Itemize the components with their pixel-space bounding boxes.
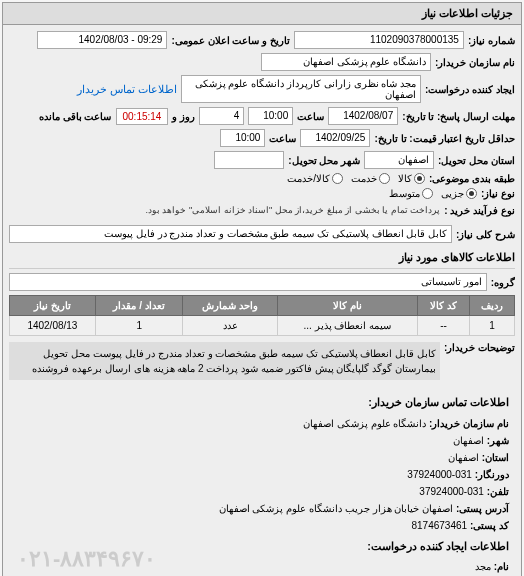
contact-zip-line: کد پستی: 8174673461 (15, 518, 509, 534)
contact-postal-label: آدرس پستی: (456, 503, 509, 514)
radio-icon (379, 173, 390, 184)
th-unit: واحد شمارش (183, 296, 277, 316)
cell-name: سیمه انعطاف پذیر ... (277, 316, 417, 336)
contact-zip-label: کد پستی: (470, 520, 509, 531)
radio-icon (414, 173, 425, 184)
row-process: نوع فرآیند خرید : پرداخت تمام یا بخشی از… (9, 203, 515, 217)
process-label: نوع فرآیند خرید : (444, 205, 515, 216)
radio-label: خدمت (351, 173, 377, 184)
remaining-label: ساعت باقی مانده (39, 111, 112, 122)
requester-value: مجد شاه نظری زارانی کارپرداز دانشگاه علو… (181, 75, 421, 103)
contact-phone-line: تلفن: 031-37924000 (15, 484, 509, 500)
desc-title-value: کابل قابل انعطاف پلاستیکی تک سیمه طبق مش… (9, 225, 452, 243)
row-group: گروه: امور تاسیساتی (9, 273, 515, 291)
process-note: پرداخت تمام یا بخشی از مبلغ خرید،از محل … (145, 203, 440, 217)
radio-label: کالا (398, 173, 412, 184)
category-radio-group: کالا خدمت کالا/خدمت (287, 173, 425, 184)
buyer-name-label: نام سازمان خریدار: (435, 57, 515, 68)
contact-city-value: اصفهان (453, 435, 484, 446)
cell-unit: عدد (183, 316, 277, 336)
radio-kala-khedmat[interactable]: کالا/خدمت (287, 173, 343, 184)
row-request-no: شماره نیاز: 1102090378000135 تاریخ و ساع… (9, 31, 515, 49)
details-panel: جزئیات اطلاعات نیاز شماره نیاز: 11020903… (2, 2, 522, 576)
row-response-deadline: مهلت ارسال پاسخ: تا تاریخ: 1402/08/07 سا… (9, 107, 515, 125)
time-label-2: ساعت (269, 133, 296, 144)
contact-fax-line: دورنگار: 031-37924000 (15, 467, 509, 483)
contact-postal-line: آدرس پستی: اصفهان خیابان هزار جریب دانشگ… (15, 501, 509, 517)
contact-name-label: نام: (494, 561, 509, 572)
public-date-value: 09:29 - 1402/08/03 (37, 31, 167, 49)
radio-icon (332, 173, 343, 184)
buyer-name-value: دانشگاه علوم پزشکی اصفهان (261, 53, 431, 71)
watermark-phone: ۰۲۱-۸۸۳۴۹۶۷۰ (17, 541, 156, 576)
days-label: روز و (172, 111, 195, 122)
cell-code: -- (418, 316, 470, 336)
contact-org-line: نام سازمان خریدار: دانشگاه علوم پزشکی اص… (15, 416, 509, 432)
row-desc-title: شرح کلی نیاز: کابل قابل انعطاف پلاستیکی … (9, 225, 515, 243)
row-validity: حداقل تاریخ اعتبار قیمت: تا تاریخ: 1402/… (9, 129, 515, 147)
contact-org-label: نام سازمان خریدار: (429, 418, 509, 429)
contact-name-value: مجد (475, 561, 491, 572)
radio-khedmat[interactable]: خدمت (351, 173, 390, 184)
category-label: طبقه بندی موضوعی: (429, 173, 515, 184)
radio-icon (466, 188, 477, 199)
group-label: گروه: (491, 277, 515, 288)
th-qty: تعداد / مقدار (95, 296, 183, 316)
radio-kala[interactable]: کالا (398, 173, 425, 184)
countdown-value: 00:15:14 (116, 108, 169, 125)
radio-motavaset[interactable]: متوسط (389, 188, 433, 199)
contact-province-label: استان: (482, 452, 509, 463)
cell-date: 1402/08/13 (10, 316, 96, 336)
table-header-row: ردیف کد کالا نام کالا واحد شمارش تعداد /… (10, 296, 515, 316)
contact-phone-label: تلفن: (487, 486, 509, 497)
contact-section: اطلاعات تماس سازمان خریدار: نام سازمان خ… (9, 388, 515, 576)
type-radio-group: جزیی متوسط (389, 188, 477, 199)
panel-body: شماره نیاز: 1102090378000135 تاریخ و ساع… (3, 25, 521, 576)
group-value: امور تاسیساتی (9, 273, 487, 291)
table-row[interactable]: 1 -- سیمه انعطاف پذیر ... عدد 1 1402/08/… (10, 316, 515, 336)
contact-zip-value: 8174673461 (411, 520, 467, 531)
response-deadline-label: مهلت ارسال پاسخ: تا تاریخ: (402, 111, 515, 122)
radio-jozi[interactable]: جزیی (441, 188, 477, 199)
contact-province-value: اصفهان (448, 452, 479, 463)
contact-section-title: اطلاعات تماس سازمان خریدار: (15, 394, 509, 412)
row-delivery: استان محل تحویل: اصفهان شهر محل تحویل: (9, 151, 515, 169)
th-idx: ردیف (469, 296, 514, 316)
contact-fax-label: دورنگار: (475, 469, 509, 480)
response-time-value: 10:00 (248, 107, 293, 125)
public-date-label: تاریخ و ساعت اعلان عمومی: (171, 35, 289, 46)
cell-qty: 1 (95, 316, 183, 336)
buyer-contact-link[interactable]: اطلاعات تماس خریدار (77, 83, 177, 96)
validity-label: حداقل تاریخ اعتبار قیمت: تا تاریخ: (374, 133, 515, 144)
request-no-value: 1102090378000135 (294, 31, 464, 49)
radio-icon (422, 188, 433, 199)
contact-city-label: شهر: (487, 435, 509, 446)
radio-label: کالا/خدمت (287, 173, 330, 184)
cell-idx: 1 (469, 316, 514, 336)
th-date: تاریخ نیاز (10, 296, 96, 316)
radio-label: متوسط (389, 188, 420, 199)
row-buyer: نام سازمان خریدار: دانشگاه علوم پزشکی اص… (9, 53, 515, 71)
type-label: نوع نیاز: (481, 188, 515, 199)
buyer-desc-label: توضیحات خریدار: (444, 342, 515, 353)
goods-section-title: اطلاعات کالاهای مورد نیاز (9, 247, 515, 269)
validity-time-value: 10:00 (220, 129, 265, 147)
buyer-desc-text: کابل قابل انعطاف پلاستیکی تک سیمه طبق مش… (9, 342, 440, 380)
contact-province-line: استان: اصفهان (15, 450, 509, 466)
panel-header: جزئیات اطلاعات نیاز (3, 3, 521, 25)
delivery-province-value: اصفهان (364, 151, 434, 169)
contact-org-value: دانشگاه علوم پزشکی اصفهان (303, 418, 426, 429)
days-value: 4 (199, 107, 244, 125)
contact-fax-value: 031-37924000 (407, 469, 472, 480)
contact-city-line: شهر: اصفهان (15, 433, 509, 449)
delivery-city-label: شهر محل تحویل: (288, 155, 360, 166)
requester-label: ایجاد کننده درخواست: (425, 84, 515, 95)
row-requester: ایجاد کننده درخواست: مجد شاه نظری زارانی… (9, 75, 515, 103)
response-date-value: 1402/08/07 (328, 107, 398, 125)
row-buyer-desc: توضیحات خریدار: کابل قابل انعطاف پلاستیک… (9, 342, 515, 380)
delivery-province-label: استان محل تحویل: (438, 155, 515, 166)
radio-label: جزیی (441, 188, 464, 199)
time-label-1: ساعت (297, 111, 324, 122)
goods-table: ردیف کد کالا نام کالا واحد شمارش تعداد /… (9, 295, 515, 336)
delivery-city-value (214, 151, 284, 169)
